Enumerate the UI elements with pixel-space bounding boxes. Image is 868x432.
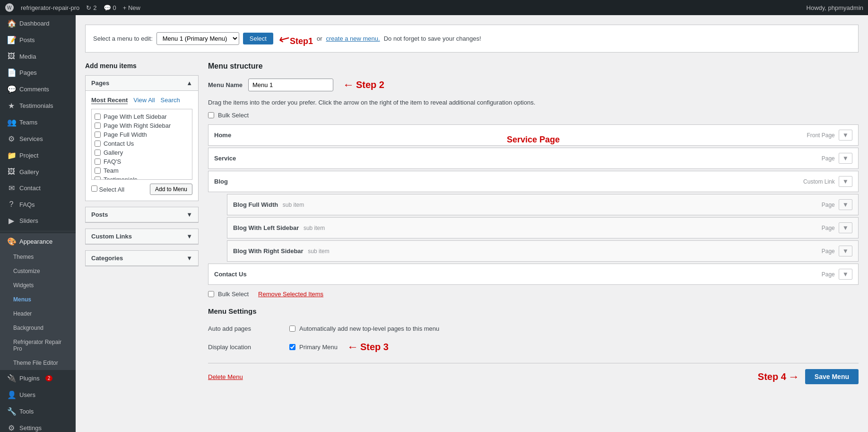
sidebar-item-users[interactable]: 👤 Users xyxy=(0,387,76,403)
main-content: Select a menu to edit: Menu 1 (Primary M… xyxy=(76,15,868,432)
page-checkbox-left-sidebar[interactable] xyxy=(95,114,101,120)
posts-panel-header[interactable]: Posts ▼ xyxy=(86,207,198,222)
page-checkbox-testimonials[interactable] xyxy=(95,176,101,180)
sidebar-item-settings[interactable]: ⚙ Settings xyxy=(0,420,76,432)
sidebar-item-appearance[interactable]: 🎨 Appearance xyxy=(0,233,76,250)
sidebar-label-sliders: Sliders xyxy=(19,217,38,224)
pages-icon: 📄 xyxy=(7,68,16,77)
step4-arrow: → xyxy=(788,370,799,383)
new-label: + New xyxy=(123,4,140,11)
wp-logo-item[interactable]: W xyxy=(5,3,14,12)
menu-item-right-blog: Custom Link ▼ xyxy=(803,176,852,187)
sidebar-item-project[interactable]: 📁 Project xyxy=(0,147,76,164)
sidebar-label-themes: Themes xyxy=(13,254,34,260)
menu-item-name-service: Service xyxy=(214,155,236,162)
sidebar-item-theme-file-editor[interactable]: Theme File Editor xyxy=(0,356,76,370)
page-checkbox-faqs[interactable] xyxy=(95,159,101,165)
right-col: Menu structure Menu Name ← Step 2 Drag t… xyxy=(208,62,859,384)
sidebar-item-plugins[interactable]: 🔌 Plugins 2 xyxy=(0,370,76,387)
menu-item-chevron-blog-right-sidebar[interactable]: ▼ xyxy=(839,246,852,256)
sidebar-item-faqs[interactable]: ? FAQs xyxy=(0,196,76,212)
step3-label: Step 3 xyxy=(360,342,389,353)
menu-item-home: Home Front Page ▼ xyxy=(208,124,859,146)
page-tabs: Most Recent View All Search xyxy=(91,97,192,104)
tab-view-all[interactable]: View All xyxy=(133,97,155,104)
pages-panel-content: Most Recent View All Search Page With Le… xyxy=(86,91,198,201)
pages-panel-title: Pages xyxy=(91,79,109,87)
menu-name-input[interactable] xyxy=(248,79,333,91)
page-checkbox-full-width[interactable] xyxy=(95,132,101,138)
select-button[interactable]: Select xyxy=(243,33,273,44)
menu-item-chevron-blog[interactable]: ▼ xyxy=(839,176,852,187)
sidebar-item-contact[interactable]: ✉ Contact xyxy=(0,180,76,196)
tab-search[interactable]: Search xyxy=(161,97,180,104)
primary-menu-checkbox[interactable] xyxy=(289,344,295,350)
posts-collapse-icon: ▼ xyxy=(186,211,192,218)
menu-item-right-blog-left-sidebar: Page ▼ xyxy=(822,222,852,233)
sidebar-label-header: Header xyxy=(13,310,32,317)
sidebar-item-themes[interactable]: Themes xyxy=(0,250,76,264)
delete-menu-button[interactable]: Delete Menu xyxy=(208,373,243,380)
add-to-menu-button[interactable]: Add to Menu xyxy=(150,184,192,195)
menu-item-name-blog-right-sidebar: Blog With Right Sidebar sub item xyxy=(233,247,330,255)
menu-select[interactable]: Menu 1 (Primary Menu) xyxy=(156,32,239,45)
page-label-testimonials: Testimonials xyxy=(104,176,138,180)
sidebar-item-menus[interactable]: Menus xyxy=(0,292,76,307)
sidebar-item-refrigerator[interactable]: Refrigerator Repair Pro xyxy=(0,335,76,356)
page-checkbox-team[interactable] xyxy=(95,168,101,174)
users-icon: 👤 xyxy=(7,390,16,399)
sidebar-item-header[interactable]: Header xyxy=(0,307,76,321)
categories-panel-header[interactable]: Categories ▼ xyxy=(86,251,198,266)
sidebar-item-customize[interactable]: Customize xyxy=(0,264,76,278)
menu-item-chevron-contact-us[interactable]: ▼ xyxy=(839,269,852,280)
page-checkbox-right-sidebar[interactable] xyxy=(95,123,101,129)
remove-selected-items-link[interactable]: Remove Selected Items xyxy=(258,291,323,298)
comments-icon: 💬 xyxy=(104,4,111,11)
sidebar-item-dashboard[interactable]: 🏠 Dashboard xyxy=(0,15,76,32)
menu-item-chevron-blog-full-width[interactable]: ▼ xyxy=(839,199,852,210)
page-checkbox-contact-us[interactable] xyxy=(95,141,101,147)
pages-panel-header[interactable]: Pages ▲ xyxy=(86,76,198,91)
new-item[interactable]: + New xyxy=(123,4,140,11)
site-name-item[interactable]: refrigerator-repair-pro xyxy=(21,4,79,11)
sidebar-item-comments[interactable]: 💬 Comments xyxy=(0,81,76,97)
sidebar-item-gallery[interactable]: 🖼 Gallery xyxy=(0,164,76,180)
sidebar-label-widgets: Widgets xyxy=(13,282,34,289)
sidebar-item-widgets[interactable]: Widgets xyxy=(0,278,76,292)
select-all-checkbox[interactable] xyxy=(91,185,97,192)
sidebar-label-media: Media xyxy=(19,53,36,60)
sidebar-item-testimonials[interactable]: ★ Testimonials xyxy=(0,97,76,114)
sidebar-label-gallery: Gallery xyxy=(19,168,39,176)
custom-links-collapse-icon: ▼ xyxy=(186,233,192,240)
page-checkbox-gallery[interactable] xyxy=(95,150,101,156)
menu-item-chevron-home[interactable]: ▼ xyxy=(839,130,852,141)
menu-item-blog: Blog Custom Link ▼ xyxy=(208,171,859,192)
menu-item-chevron-service[interactable]: ▼ xyxy=(839,153,852,164)
updates-item[interactable]: ↻ 2 xyxy=(86,4,96,11)
sidebar-item-posts[interactable]: 📝 Posts xyxy=(0,32,76,48)
auto-add-row: Auto add pages Automatically add new top… xyxy=(208,321,859,336)
pages-panel: Pages ▲ Most Recent View All Search P xyxy=(85,75,199,201)
sidebar-item-sliders[interactable]: ▶ Sliders xyxy=(0,212,76,229)
step4-label: Step 4 xyxy=(758,371,786,382)
bulk-select-top-checkbox[interactable] xyxy=(208,112,214,118)
sidebar-item-tools[interactable]: 🔧 Tools xyxy=(0,403,76,420)
testimonials-icon: ★ xyxy=(7,101,16,110)
bulk-select-bottom-checkbox[interactable] xyxy=(208,291,214,297)
comments-sidebar-icon: 💬 xyxy=(7,85,16,94)
sidebar-item-services[interactable]: ⚙ Services xyxy=(0,131,76,147)
sidebar-item-background[interactable]: Background xyxy=(0,321,76,335)
sidebar-sep xyxy=(0,231,76,231)
sidebar-item-media[interactable]: 🖼 Media xyxy=(0,48,76,64)
auto-add-checkbox[interactable] xyxy=(289,326,295,332)
menu-structure-title: Menu structure xyxy=(208,62,859,71)
create-new-menu-link[interactable]: create a new menu. xyxy=(326,35,380,42)
menu-item-name-blog-full-width: Blog Full Width sub item xyxy=(233,201,304,208)
sidebar-item-pages[interactable]: 📄 Pages xyxy=(0,64,76,81)
save-menu-button[interactable]: Save Menu xyxy=(805,369,859,384)
menu-item-chevron-blog-left-sidebar[interactable]: ▼ xyxy=(839,222,852,233)
custom-links-panel-header[interactable]: Custom Links ▼ xyxy=(86,229,198,244)
comments-item[interactable]: 💬 0 xyxy=(104,4,116,11)
sidebar-item-teams[interactable]: 👥 Teams xyxy=(0,114,76,131)
tab-most-recent[interactable]: Most Recent xyxy=(91,97,128,104)
